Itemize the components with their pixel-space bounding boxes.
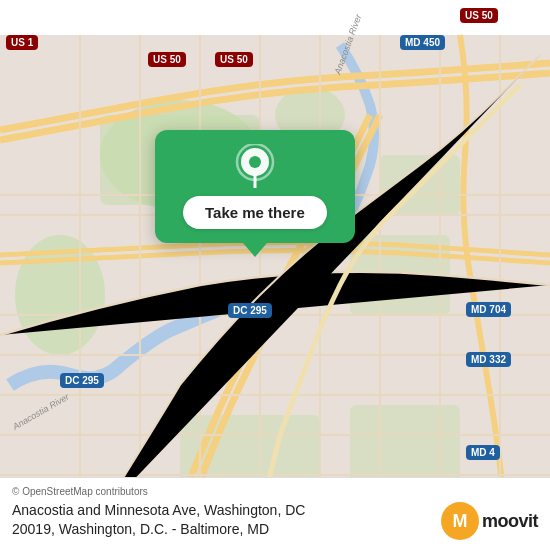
route-badge-md4: MD 4 — [466, 445, 500, 460]
route-badge-md332: MD 332 — [466, 352, 511, 367]
svg-point-27 — [249, 156, 261, 168]
moovit-icon: M — [441, 502, 479, 540]
route-badge-md450: MD 450 — [400, 35, 445, 50]
popup-box: Take me there — [155, 130, 355, 243]
route-badge-us50-2: US 50 — [215, 52, 253, 67]
location-pin-icon — [233, 144, 277, 188]
route-badge-us50-1: US 50 — [148, 52, 186, 67]
svg-text:M: M — [452, 511, 467, 531]
address-text: Anacostia and Minnesota Ave, Washington,… — [12, 501, 305, 540]
bottom-bar: © OpenStreetMap contributors Anacostia a… — [0, 477, 550, 550]
moovit-brand-text: moovit — [482, 511, 538, 532]
route-badge-us1: US 1 — [6, 35, 38, 50]
map-background: Anacostia River Anacostia River — [0, 0, 550, 550]
take-me-there-button[interactable]: Take me there — [183, 196, 327, 229]
map-container: Anacostia River Anacostia River US 1 US … — [0, 0, 550, 550]
address-line2: 20019, Washington, D.C. - Baltimore, MD — [12, 521, 269, 537]
route-badge-md704: MD 704 — [466, 302, 511, 317]
address-line1: Anacostia and Minnesota Ave, Washington,… — [12, 502, 305, 518]
copyright-label: © OpenStreetMap contributors — [12, 486, 148, 497]
popup-tail — [243, 243, 267, 257]
copyright-text: © OpenStreetMap contributors — [12, 486, 538, 497]
route-badge-dc295-1: DC 295 — [228, 303, 272, 318]
location-popup: Take me there — [155, 130, 355, 257]
route-badge-us50-3: US 50 — [460, 8, 498, 23]
route-badge-dc295-2: DC 295 — [60, 373, 104, 388]
moovit-logo: M moovit — [441, 502, 538, 540]
